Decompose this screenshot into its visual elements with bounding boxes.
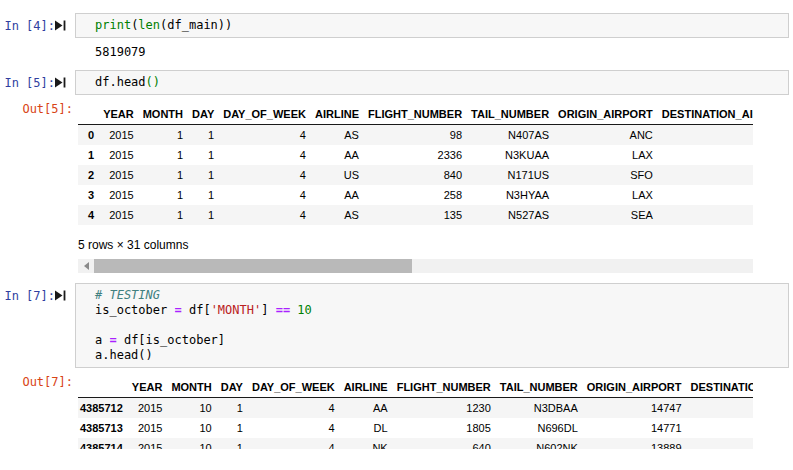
column-header: MONTH	[143, 104, 192, 125]
table-cell: SFO	[558, 165, 662, 185]
column-header	[78, 104, 103, 125]
column-header: MONTH	[171, 377, 220, 398]
code-line: is_october = df['MONTH'] == 10	[95, 303, 780, 318]
table-cell: 1	[143, 145, 192, 165]
row-index: 3	[78, 185, 103, 205]
table-cell: CLT	[662, 165, 753, 185]
code-token: ]	[261, 303, 275, 317]
table-cell: 258	[368, 185, 471, 205]
input-prompt-area: In [4]:	[0, 13, 75, 33]
table-cell: PBI	[662, 145, 753, 165]
code-line	[95, 318, 780, 333]
table-row: 438571420151014NK640N602NK1388913487	[78, 438, 753, 449]
table-cell: N407AS	[471, 125, 558, 146]
table-header-row: YEARMONTHDAYDAY_OF_WEEKAIRLINEFLIGHT_NUM…	[78, 377, 753, 398]
table-cell: N602NK	[500, 438, 587, 449]
play-with-bar-icon	[55, 13, 75, 33]
horizontal-scrollbar[interactable]	[78, 259, 753, 273]
table-cell: MIA	[662, 185, 753, 205]
column-header: DAY_OF_WEEK	[223, 104, 315, 125]
code-line: df.head()	[95, 75, 780, 90]
table-cell: 14747	[587, 398, 691, 419]
column-header: DAY	[192, 104, 223, 125]
table-cell: 1	[192, 145, 223, 165]
table-cell: SEA	[662, 125, 753, 146]
code-token: print	[95, 18, 131, 32]
table-cell: 2015	[103, 185, 143, 205]
in-prompt-label: In [4]:	[4, 13, 55, 33]
code-token: len	[138, 18, 160, 32]
code-input[interactable]: # TESTINGis_october = df['MONTH'] == 10 …	[75, 283, 789, 368]
table-cell: 1	[192, 165, 223, 185]
code-token: ==	[276, 303, 290, 317]
table-cell: 4	[223, 185, 315, 205]
column-header: DAY	[221, 377, 252, 398]
table-cell: 640	[397, 438, 500, 449]
table-cell: 4	[252, 438, 344, 449]
scrollbar-thumb[interactable]	[94, 259, 412, 273]
out-prompt-label: Out[5]:	[22, 95, 75, 116]
table-cell: 2015	[132, 398, 172, 419]
column-header: YEAR	[132, 377, 172, 398]
table-cell: 4	[223, 205, 315, 225]
code-token: df[is_october]	[117, 333, 225, 347]
code-line: # TESTING	[95, 288, 780, 303]
code-token: (df_main))	[160, 18, 232, 32]
table-cell: N3HYAA	[471, 185, 558, 205]
table-row: 42015114AS135N527ASSEAANC	[78, 205, 753, 225]
table-cell: 1	[143, 205, 192, 225]
row-index: 1	[78, 145, 103, 165]
row-index: 4385713	[78, 418, 132, 438]
table-cell: 14771	[587, 418, 691, 438]
code-line: a.head()	[95, 348, 780, 363]
table-cell: AA	[344, 398, 397, 419]
table-cell: 13487	[691, 438, 753, 449]
df-shape-summary: 5 rows × 31 columns	[78, 238, 793, 252]
table-cell: 4	[252, 418, 344, 438]
column-header: TAIL_NUMBER	[500, 377, 587, 398]
table-row: 438571220151014AA1230N3DBAA1474711298	[78, 398, 753, 419]
table-cell: 13487	[691, 418, 753, 438]
code-token: df[	[182, 303, 211, 317]
code-token: a	[95, 333, 109, 347]
table-cell: 1	[192, 125, 223, 146]
code-cell-7: In [7]: # TESTINGis_october = df['MONTH'…	[0, 283, 793, 449]
table-cell: 11298	[691, 398, 753, 419]
column-header: TAIL_NUMBER	[471, 104, 558, 125]
notebook: In [4]: print(len(df_main)) 5819079 In […	[0, 0, 793, 470]
table-cell: 1	[221, 418, 252, 438]
code-input[interactable]: df.head()	[75, 70, 789, 95]
table-cell: LAX	[558, 185, 662, 205]
left-arrow-icon[interactable]	[78, 259, 94, 273]
code-token: 10	[297, 303, 311, 317]
play-with-bar-icon	[55, 283, 75, 303]
row-index: 0	[78, 125, 103, 146]
column-header: ORIGIN_AIRPORT	[587, 377, 691, 398]
in-prompt-label: In [7]:	[4, 283, 55, 303]
code-input[interactable]: print(len(df_main))	[75, 13, 789, 38]
code-line: a = df[is_october]	[95, 333, 780, 348]
table-cell: N3DBAA	[500, 398, 587, 419]
table-cell: AS	[315, 205, 368, 225]
code-token: # TESTING	[95, 288, 160, 302]
table-cell: 840	[368, 165, 471, 185]
table-cell: 2015	[103, 145, 143, 165]
table-cell: 2336	[368, 145, 471, 165]
stdout-text: 5819079	[95, 45, 793, 60]
df-table: YEARMONTHDAYDAY_OF_WEEKAIRLINEFLIGHT_NUM…	[78, 104, 753, 225]
table-row: 32015114AA258N3HYAALAXMIA	[78, 185, 753, 205]
table-cell: AA	[315, 185, 368, 205]
code-token: 'MONTH'	[211, 303, 262, 317]
table-cell: 2015	[103, 165, 143, 185]
table-cell: LAX	[558, 145, 662, 165]
play-with-bar-icon	[55, 70, 75, 90]
column-header: DESTINATION_AIRPORT	[662, 104, 753, 125]
column-header: AIRLINE	[315, 104, 368, 125]
table-cell: N527AS	[471, 205, 558, 225]
code-token: df.head	[95, 75, 146, 89]
table-cell: DL	[344, 418, 397, 438]
table-cell: US	[315, 165, 368, 185]
table-cell: N3KUAA	[471, 145, 558, 165]
column-header	[78, 377, 132, 398]
table-row: 22015114US840N171USSFOCLT	[78, 165, 753, 185]
